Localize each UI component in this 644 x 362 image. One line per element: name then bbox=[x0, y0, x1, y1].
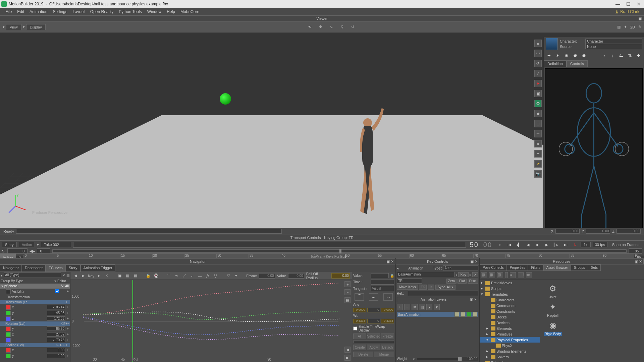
asset-tree-node[interactable]: PhysX bbox=[480, 343, 540, 348]
take-arrow-icon[interactable]: ▾ bbox=[37, 243, 39, 247]
cube-tool-icon[interactable]: ◻ bbox=[534, 120, 542, 127]
isolate-icon[interactable]: ▣ bbox=[117, 273, 123, 279]
stop-button[interactable]: ■ bbox=[534, 241, 541, 248]
rx-swatch[interactable] bbox=[6, 326, 11, 331]
fc-ic-1[interactable]: ＋ bbox=[344, 281, 351, 287]
play-back-icon[interactable]: ◀ bbox=[72, 273, 78, 279]
key-button[interactable]: Key bbox=[458, 272, 469, 277]
weight-key-icon[interactable]: ◇ bbox=[413, 357, 416, 361]
current-frame[interactable]: 50 bbox=[470, 241, 479, 248]
tan-unify-icon[interactable]: ⋁ bbox=[213, 273, 218, 279]
ty-swatch[interactable] bbox=[6, 311, 11, 315]
key-prev-icon[interactable]: ◂ bbox=[455, 273, 457, 277]
s-handle-icon[interactable]: ◀▶ bbox=[30, 249, 35, 253]
asset-tree-node[interactable]: Characters bbox=[480, 297, 540, 303]
ang-c[interactable]: 0.0000 bbox=[381, 308, 394, 312]
res-tab-groups[interactable]: Groups bbox=[571, 264, 588, 271]
res-tab-filters[interactable]: Filters bbox=[528, 264, 543, 271]
display-drop-arrow-icon[interactable]: ▾ bbox=[23, 25, 25, 29]
layer-add-icon[interactable]: ＋ bbox=[397, 304, 403, 310]
sync-button[interactable]: Sync. All ▾ bbox=[435, 285, 455, 290]
res-tab-pose-controls[interactable]: Pose Controls bbox=[480, 264, 507, 271]
view-dropdown[interactable]: View bbox=[6, 24, 21, 30]
res-tab-asset-browser[interactable]: Asset Browser bbox=[543, 264, 571, 271]
frame-sel-icon[interactable]: ▩ bbox=[132, 273, 138, 279]
key-next-icon[interactable]: ▸ bbox=[470, 273, 471, 277]
editor-arrow-icon[interactable]: ▾ bbox=[54, 279, 56, 283]
range-start[interactable]: 0 bbox=[37, 248, 50, 254]
kv-value-field[interactable] bbox=[371, 273, 389, 278]
timewarp-track[interactable] bbox=[353, 341, 394, 343]
brush-icon[interactable]: ✎ bbox=[638, 25, 641, 29]
char-ic-2[interactable]: ✶ bbox=[554, 52, 561, 59]
del-key-icon[interactable]: ✕ bbox=[104, 273, 110, 279]
fk-button[interactable]: FK bbox=[419, 285, 427, 290]
ball-object[interactable] bbox=[220, 93, 231, 105]
movekeys-button[interactable]: Move Keys bbox=[397, 285, 418, 290]
tan-flat-icon[interactable]: — bbox=[197, 273, 203, 279]
sy-value[interactable]: 1.00 bbox=[47, 354, 65, 358]
loop-button[interactable]: ↻ bbox=[571, 241, 579, 248]
dolly-icon[interactable]: ↘ bbox=[328, 24, 335, 31]
anim-arrow-icon[interactable]: ◂ bbox=[397, 266, 398, 270]
disc-button[interactable]: Disc. bbox=[468, 279, 478, 284]
resources-close-icon[interactable]: ▣ ✕ bbox=[635, 259, 642, 264]
asset-item[interactable]: ✦Ragdoll bbox=[542, 300, 564, 317]
close-button[interactable]: ✕ bbox=[637, 1, 641, 7]
node-name[interactable]: pSphere1 bbox=[3, 284, 61, 288]
falloff-field[interactable]: 0.00 bbox=[331, 273, 350, 279]
rz-value[interactable]: 27.02 bbox=[47, 332, 65, 337]
sx-swatch[interactable] bbox=[6, 348, 11, 353]
layer-row[interactable]: BaseAnimation bbox=[397, 312, 478, 317]
sx-value[interactable]: 1.00 bbox=[47, 348, 65, 352]
fullbody-ik-icon[interactable]: ✪ bbox=[534, 100, 542, 107]
layer-lock-icon[interactable] bbox=[467, 312, 471, 317]
char-ic-1[interactable]: ✦ bbox=[546, 52, 552, 59]
play-button[interactable]: ▶ bbox=[543, 241, 550, 248]
selected-button[interactable]: Selected bbox=[367, 334, 381, 339]
layer-up-icon[interactable]: ▲ bbox=[426, 304, 432, 310]
tz-value[interactable]: 172.06 bbox=[47, 316, 65, 321]
res-tool-4[interactable]: ≡ bbox=[510, 272, 516, 278]
tan-step-icon[interactable]: ⌐ bbox=[190, 273, 195, 279]
kv-tangent-select[interactable]: Visual bbox=[371, 286, 394, 291]
menu-python[interactable]: Python Tools bbox=[116, 8, 145, 15]
delete-button[interactable]: Delete bbox=[353, 352, 373, 357]
menu-settings[interactable]: Settings bbox=[50, 8, 70, 15]
char-ic-3[interactable]: ✷ bbox=[563, 52, 570, 59]
rotation-header[interactable]: Rotation (Lcl) bbox=[5, 322, 61, 325]
tan-break-icon[interactable]: ⋀ bbox=[205, 273, 211, 279]
asset-tree-node[interactable]: ▸Elements bbox=[480, 325, 540, 331]
asset-tree-node[interactable]: ▸PrevisMoves bbox=[480, 280, 540, 286]
r4-swatch[interactable] bbox=[6, 338, 11, 343]
tab-definition[interactable]: Definition bbox=[544, 60, 567, 67]
story-drop[interactable]: Story bbox=[2, 242, 17, 247]
ang-b[interactable]: 0 bbox=[367, 308, 380, 312]
wt-b[interactable]: 0 bbox=[367, 319, 380, 323]
fc-ic-3[interactable]: ▤ bbox=[344, 297, 351, 303]
asset-item[interactable]: ⚙Joint bbox=[542, 282, 564, 299]
layer-down-icon[interactable]: ▼ bbox=[434, 304, 440, 310]
sphere-tool-icon[interactable]: ● bbox=[534, 140, 542, 147]
nav-tab-navigator[interactable]: Navigator bbox=[0, 264, 22, 272]
roll-icon[interactable]: ↺ bbox=[350, 24, 356, 31]
detach-button[interactable]: Detach bbox=[381, 345, 394, 350]
tz-label[interactable]: z bbox=[11, 317, 47, 320]
tan-flat-button[interactable]: ⌒ bbox=[355, 293, 364, 301]
light-tool-icon[interactable]: ☀ bbox=[534, 160, 542, 168]
ref-drop[interactable] bbox=[408, 291, 478, 296]
lock-icon[interactable]: 🔒 bbox=[146, 273, 151, 279]
ty-label[interactable]: y bbox=[11, 311, 47, 315]
sy-swatch[interactable] bbox=[6, 354, 11, 358]
value-field[interactable]: 0.00 bbox=[288, 273, 304, 279]
res-tool-1[interactable]: ▤ bbox=[481, 272, 487, 278]
vis-checkbox[interactable] bbox=[55, 289, 59, 293]
layer-keyed-icon[interactable] bbox=[473, 312, 477, 317]
frame-all-icon[interactable]: ▦ bbox=[125, 273, 130, 279]
step-fwd-button[interactable]: ▎▸ bbox=[552, 241, 560, 248]
tz-swatch[interactable] bbox=[6, 316, 11, 321]
snap-label[interactable]: Snap on Frames bbox=[609, 243, 642, 247]
tan-free-button[interactable]: ⌣ bbox=[369, 293, 378, 301]
layer-merge-icon[interactable]: ▤ bbox=[419, 304, 425, 310]
filter-field[interactable]: All (Type) bbox=[4, 273, 61, 278]
